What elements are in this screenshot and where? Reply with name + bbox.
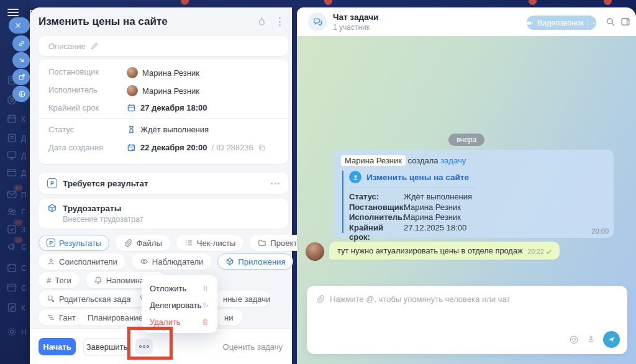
chevron-down-icon[interactable]: [591, 20, 596, 26]
edit-pencil-icon: [90, 42, 99, 50]
person-icon: [352, 173, 360, 181]
trash-icon: [201, 318, 209, 326]
system-message-card: Марина Резник создала задачу Изменить це…: [334, 150, 614, 238]
divider: [349, 188, 476, 188]
microphone-icon[interactable]: [586, 335, 596, 344]
gantt-icon: [47, 313, 55, 322]
result-icon: P: [47, 178, 57, 188]
action-text: создала: [407, 156, 438, 165]
notification-badge: [529, 0, 537, 5]
description-field[interactable]: Описание: [39, 36, 288, 56]
news-badge: 18: [14, 237, 23, 243]
tab-results[interactable]: P Результаты: [39, 235, 109, 251]
support-button[interactable]: [12, 86, 30, 102]
emoji-smiley-icon[interactable]: [569, 335, 579, 345]
people-icon: [6, 206, 17, 217]
tab-coassignees[interactable]: Соисполнители: [39, 253, 125, 270]
attach-paperclip-icon[interactable]: [316, 294, 325, 304]
monitor-icon: [6, 150, 17, 161]
annotation-highlight-box: [127, 327, 173, 360]
chat-date-badge: вчера: [448, 134, 484, 146]
menu-hamburger-icon[interactable]: [7, 7, 19, 18]
document-icon: [6, 132, 17, 143]
checklist-icon: [184, 239, 193, 247]
created-value: 22 декабря 20:00: [140, 143, 207, 152]
task-menu-kebab-icon[interactable]: [279, 17, 281, 26]
message-input[interactable]: Нажмите @, чтобы упомянуть человека или …: [307, 286, 627, 354]
tab-tags[interactable]: # Теги: [39, 272, 80, 288]
result-required-title: Требуется результат: [63, 179, 148, 188]
globe-icon: [18, 90, 26, 98]
rate-task-link[interactable]: Оценить задачу: [223, 342, 283, 352]
paperclip-icon: [124, 239, 132, 247]
field-label: Крайний срок: [48, 103, 99, 112]
divider: [588, 19, 588, 27]
task-details-card: Постановщик Марина Резник Исполнитель Ма…: [39, 60, 288, 164]
chat-bubbles-icon: [308, 12, 327, 31]
quoted-task-title[interactable]: Изменить цены на сайте: [366, 173, 469, 182]
task-link[interactable]: задачу: [440, 156, 466, 165]
parent-task-icon: [47, 294, 55, 303]
hash-icon: #: [47, 276, 51, 285]
effort-title: Трудозатраты: [63, 204, 121, 213]
chat-title: Чат задачи: [333, 12, 378, 22]
calendar-icon: [6, 262, 17, 273]
message-time: 20:22: [527, 248, 543, 255]
tab-linked-tasks[interactable]: нные задачи: [214, 291, 270, 307]
chat-message-bubble: тут нужно актуализировать цены в отделе …: [329, 242, 560, 260]
user-avatar[interactable]: [306, 242, 324, 261]
assignee-name: Марина Резник: [142, 86, 199, 96]
pause-icon: [201, 284, 209, 293]
chat-participants: 1 участник: [333, 23, 370, 32]
message-time: 20:00: [591, 227, 609, 235]
task-id: / ID 288236: [212, 143, 253, 152]
close-panel-button[interactable]: [9, 17, 30, 34]
tab-observers[interactable]: Наблюдатели: [132, 253, 212, 270]
menu-item-postpone[interactable]: Отложить: [142, 280, 217, 297]
chat-message-area: вчера Марина Резник создала задачу Измен…: [297, 36, 636, 364]
tab-files[interactable]: Файлы: [116, 235, 170, 251]
tab-fragment[interactable]: ни: [215, 309, 242, 325]
result-kebab-icon[interactable]: [271, 183, 279, 184]
search-icon[interactable]: [606, 17, 616, 27]
effort-section[interactable]: Трудозатраты Внесение трудозатрат: [39, 199, 288, 229]
creator-name: Марина Резник: [142, 68, 199, 78]
copy-icon[interactable]: [258, 143, 266, 152]
complete-button[interactable]: Завершить: [83, 338, 130, 355]
effort-subtitle: Внесение трудозатрат: [63, 215, 279, 224]
field-label: Статус:: [349, 192, 404, 202]
link-icon: [18, 40, 25, 47]
notification-badge: [604, 0, 612, 5]
calendar-icon: [6, 113, 17, 124]
gear-icon: [6, 326, 17, 337]
tasks-badge: 10: [14, 219, 23, 226]
tab-checklists[interactable]: Чек-листы: [176, 235, 244, 251]
deadline-value: 27 декабря 18:00: [140, 103, 207, 112]
tab-apps[interactable]: Приложения: [217, 253, 293, 270]
calendar-icon: [127, 103, 136, 112]
field-label: Крайний срок:: [349, 223, 404, 234]
menu-item-delegate[interactable]: Делегировать: [142, 297, 217, 314]
browser-icon: [6, 282, 17, 293]
folder-icon: [258, 239, 266, 247]
send-icon: [607, 335, 616, 344]
more-actions-menu: Отложить Делегировать Удалить: [142, 275, 217, 333]
divider: [39, 118, 288, 119]
doc-edit-icon: [6, 302, 17, 313]
camera-icon: [527, 19, 534, 27]
collapse-button[interactable]: [12, 52, 30, 68]
author-chip[interactable]: Марина Резник: [341, 155, 406, 166]
card-icon: [6, 167, 17, 178]
sidebar-toggle-icon[interactable]: [620, 17, 630, 27]
copy-link-button[interactable]: [12, 35, 30, 52]
start-button[interactable]: Начать: [39, 338, 76, 355]
send-button[interactable]: [603, 331, 620, 348]
task-quote-block: Изменить цены на сайте Статус:Ждёт выпол…: [342, 171, 606, 233]
open-new-window-button[interactable]: [12, 69, 30, 85]
video-call-button[interactable]: Видеозвонок: [527, 16, 596, 30]
flame-icon[interactable]: [257, 17, 267, 27]
status-value: Ждёт выполнения: [140, 125, 209, 134]
task-title: Изменить цены на сайте: [39, 16, 168, 28]
result-required-section[interactable]: P Требуется результат: [39, 173, 288, 194]
field-label: Постановщик: [48, 67, 99, 76]
